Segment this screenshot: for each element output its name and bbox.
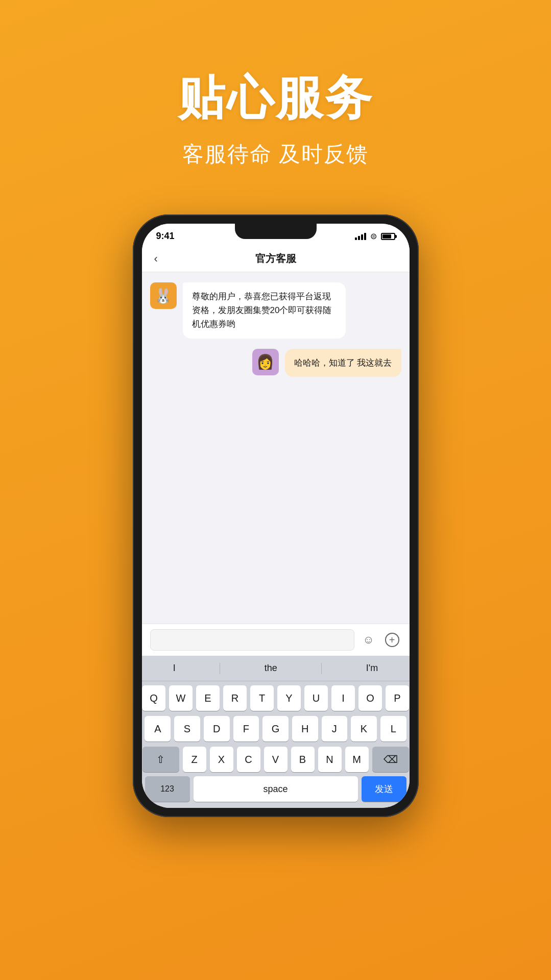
battery-icon (381, 233, 395, 240)
key-M[interactable]: M (345, 747, 369, 772)
suggestion-divider-1 (220, 663, 220, 674)
keyboard: I the I'm Q W E R T Y U (142, 656, 410, 808)
keyboard-rows: Q W E R T Y U I O P A S (142, 681, 410, 774)
plus-icon: + (385, 633, 399, 647)
key-O[interactable]: O (358, 685, 382, 711)
status-bar: 9:41 ⊜ (142, 224, 410, 246)
emoji-icon: ☺ (363, 633, 374, 647)
keyboard-suggestions: I the I'm (142, 656, 410, 681)
phone-device: 9:41 ⊜ ‹ 官方客服 (133, 214, 419, 817)
key-A[interactable]: A (145, 716, 171, 742)
nav-title: 官方客服 (175, 252, 377, 266)
key-K[interactable]: K (351, 716, 377, 742)
key-shift[interactable]: ⇧ (142, 747, 179, 772)
key-U[interactable]: U (304, 685, 328, 711)
key-I[interactable]: I (331, 685, 355, 711)
message-row-outgoing: 哈哈哈，知道了 我这就去 👩 (150, 349, 401, 377)
key-space[interactable]: space (194, 776, 358, 802)
key-X[interactable]: X (210, 747, 233, 772)
hero-section: 贴心服务 客服待命 及时反馈 (0, 0, 551, 199)
key-W[interactable]: W (169, 685, 193, 711)
chat-area: 🐰 尊敬的用户，恭喜您已获得平台返现资格，发朋友圈集赞20个即可获得随机优惠券哟… (142, 272, 410, 624)
key-H[interactable]: H (292, 716, 318, 742)
key-B[interactable]: B (291, 747, 315, 772)
avatar-service: 🐰 (150, 282, 177, 309)
key-row-3: ⇧ Z X C V B N M ⌫ (145, 747, 406, 772)
key-123[interactable]: 123 (145, 776, 190, 802)
emoji-button[interactable]: ☺ (360, 631, 378, 649)
key-G[interactable]: G (262, 716, 289, 742)
key-V[interactable]: V (264, 747, 288, 772)
bubble-outgoing: 哈哈哈，知道了 我这就去 (285, 349, 401, 377)
phone-screen: 9:41 ⊜ ‹ 官方客服 (142, 224, 410, 808)
phone-wrapper: 9:41 ⊜ ‹ 官方客服 (0, 214, 551, 817)
key-P[interactable]: P (386, 685, 409, 711)
input-bar: ☺ + (142, 624, 410, 656)
signal-icon (355, 233, 366, 240)
suggestion-divider-2 (321, 663, 322, 674)
wifi-icon: ⊜ (370, 231, 377, 241)
key-J[interactable]: J (322, 716, 348, 742)
bubble-incoming: 尊敬的用户，恭喜您已获得平台返现资格，发朋友圈集赞20个即可获得随机优惠券哟 (183, 282, 346, 339)
suggestion-the[interactable]: the (254, 661, 288, 676)
nav-bar: ‹ 官方客服 (142, 246, 410, 272)
key-L[interactable]: L (380, 716, 406, 742)
plus-button[interactable]: + (383, 631, 401, 649)
key-Q[interactable]: Q (142, 685, 165, 711)
key-row-1: Q W E R T Y U I O P (145, 685, 406, 711)
hero-title: 贴心服务 (0, 66, 551, 130)
user-avatar-icon: 👩 (256, 353, 274, 370)
key-T[interactable]: T (250, 685, 274, 711)
message-input[interactable] (150, 629, 354, 651)
message-row-incoming: 🐰 尊敬的用户，恭喜您已获得平台返现资格，发朋友圈集赞20个即可获得随机优惠券哟 (150, 282, 401, 339)
outgoing-message-text: 哈哈哈，知道了 我这就去 (294, 358, 392, 368)
key-C[interactable]: C (237, 747, 260, 772)
key-send[interactable]: 发送 (362, 776, 406, 802)
suggestion-I[interactable]: I (163, 661, 186, 676)
incoming-message-text: 尊敬的用户，恭喜您已获得平台返现资格，发朋友圈集赞20个即可获得随机优惠券哟 (192, 292, 332, 329)
key-row-2: A S D F G H J K L (145, 716, 406, 742)
avatar-user: 👩 (252, 349, 279, 375)
status-time: 9:41 (156, 231, 175, 242)
key-delete[interactable]: ⌫ (372, 747, 409, 772)
key-F[interactable]: F (233, 716, 259, 742)
key-R[interactable]: R (223, 685, 247, 711)
key-S[interactable]: S (174, 716, 200, 742)
key-Y[interactable]: Y (277, 685, 301, 711)
service-avatar-icon: 🐰 (154, 288, 172, 304)
key-E[interactable]: E (196, 685, 220, 711)
back-button[interactable]: ‹ (154, 252, 175, 266)
keyboard-bottom: 123 space 发送 (142, 774, 410, 808)
status-icons: ⊜ (355, 231, 395, 241)
key-Z[interactable]: Z (183, 747, 206, 772)
key-N[interactable]: N (318, 747, 342, 772)
hero-subtitle: 客服待命 及时反馈 (0, 140, 551, 169)
key-D[interactable]: D (204, 716, 230, 742)
suggestion-Im[interactable]: I'm (356, 661, 388, 676)
